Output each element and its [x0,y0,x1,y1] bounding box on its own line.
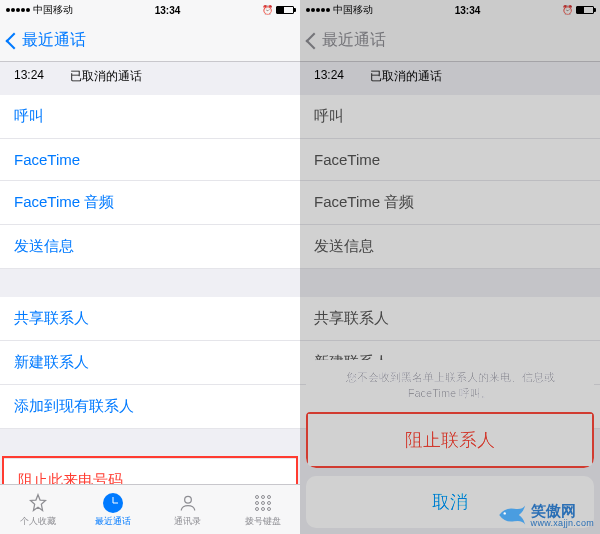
svg-point-0 [184,496,191,503]
tab-contacts[interactable]: 通讯录 [150,485,225,534]
tab-label: 个人收藏 [20,515,56,528]
carrier-label: 中国移动 [333,3,373,17]
chevron-left-icon [6,32,23,49]
status-bar: 中国移动 13:34 ⏰ [300,0,600,20]
carrier-label: 中国移动 [33,3,73,17]
sheet-block-button[interactable]: 阻止联系人 [308,414,592,466]
back-button[interactable]: 最近通话 [308,30,386,51]
tab-label: 最近通话 [95,515,131,528]
call-history-row: 13:24 已取消的通话 [0,62,300,95]
action-send-message[interactable]: 发送信息 [0,225,300,269]
history-status: 已取消的通话 [70,68,142,85]
chevron-left-icon [306,32,323,49]
watermark-name: 笑傲网 [531,503,576,519]
star-icon [27,492,49,514]
statusbar-time: 13:34 [455,5,481,16]
screen-left: 中国移动 13:34 ⏰ 最近通话 13:24 已取消的通话 呼叫 FaceTi… [0,0,300,534]
history-time: 13:24 [14,68,44,85]
svg-point-1 [503,513,505,515]
watermark-url: www.xajjn.com [531,519,594,528]
back-label: 最近通话 [322,30,386,51]
action-facetime-audio[interactable]: FaceTime 音频 [0,181,300,225]
tab-bar: 个人收藏 最近通话 通讯录 拨号键盘 [0,484,300,534]
person-icon [177,492,199,514]
watermark: 笑傲网 www.xajjn.com [495,503,594,528]
action-share-contact[interactable]: 共享联系人 [0,297,300,341]
tab-recents[interactable]: 最近通话 [75,485,150,534]
battery-icon [576,6,594,14]
action-share-contact[interactable]: 共享联系人 [300,297,600,341]
history-status: 已取消的通话 [370,68,442,85]
statusbar-time: 13:34 [155,5,181,16]
action-facetime[interactable]: FaceTime [300,139,600,181]
action-call[interactable]: 呼叫 [0,95,300,139]
alarm-icon: ⏰ [262,5,273,15]
content-area: 13:24 已取消的通话 呼叫 FaceTime FaceTime 音频 发送信… [0,62,300,505]
action-facetime[interactable]: FaceTime [0,139,300,181]
action-add-existing[interactable]: 添加到现有联系人 [0,385,300,429]
nav-bar: 最近通话 [300,20,600,62]
tab-keypad[interactable]: 拨号键盘 [225,485,300,534]
keypad-icon [252,492,274,514]
history-time: 13:24 [314,68,344,85]
call-history-row: 13:24 已取消的通话 [300,62,600,95]
signal-dots-icon [306,8,330,12]
sheet-message: 您不会收到黑名单上联系人的来电、信息或 FaceTime 呼叫。 [306,360,594,412]
screen-right: 中国移动 13:34 ⏰ 最近通话 13:24 已取消的通话 呼叫 FaceTi… [300,0,600,534]
signal-dots-icon [6,8,30,12]
action-facetime-audio[interactable]: FaceTime 音频 [300,181,600,225]
battery-icon [276,6,294,14]
tab-label: 通讯录 [174,515,201,528]
action-call[interactable]: 呼叫 [300,95,600,139]
status-bar: 中国移动 13:34 ⏰ [0,0,300,20]
action-send-message[interactable]: 发送信息 [300,225,600,269]
tab-label: 拨号键盘 [245,515,281,528]
action-new-contact[interactable]: 新建联系人 [0,341,300,385]
back-label: 最近通话 [22,30,86,51]
back-button[interactable]: 最近通话 [8,30,86,51]
nav-bar: 最近通话 [0,20,300,62]
alarm-icon: ⏰ [562,5,573,15]
tab-favorites[interactable]: 个人收藏 [0,485,75,534]
fish-icon [495,504,527,526]
clock-icon [102,492,124,514]
